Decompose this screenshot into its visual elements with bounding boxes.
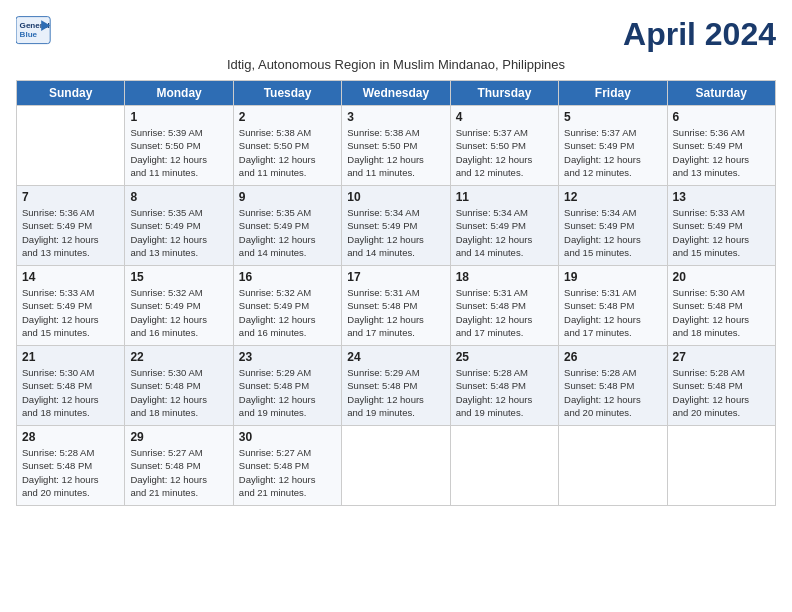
calendar-cell: 28Sunrise: 5:28 AMSunset: 5:48 PMDayligh… — [17, 426, 125, 506]
calendar-cell: 25Sunrise: 5:28 AMSunset: 5:48 PMDayligh… — [450, 346, 558, 426]
calendar-cell: 30Sunrise: 5:27 AMSunset: 5:48 PMDayligh… — [233, 426, 341, 506]
day-info: Sunrise: 5:28 AMSunset: 5:48 PMDaylight:… — [564, 366, 661, 419]
calendar-cell: 6Sunrise: 5:36 AMSunset: 5:49 PMDaylight… — [667, 106, 775, 186]
calendar-cell: 24Sunrise: 5:29 AMSunset: 5:48 PMDayligh… — [342, 346, 450, 426]
day-info: Sunrise: 5:29 AMSunset: 5:48 PMDaylight:… — [347, 366, 444, 419]
calendar-cell — [450, 426, 558, 506]
subtitle: Idtig, Autonomous Region in Muslim Minda… — [16, 57, 776, 72]
day-info: Sunrise: 5:27 AMSunset: 5:48 PMDaylight:… — [239, 446, 336, 499]
day-number: 17 — [347, 270, 444, 284]
day-info: Sunrise: 5:34 AMSunset: 5:49 PMDaylight:… — [456, 206, 553, 259]
weekday-header-monday: Monday — [125, 81, 233, 106]
day-number: 7 — [22, 190, 119, 204]
calendar-cell — [667, 426, 775, 506]
day-info: Sunrise: 5:33 AMSunset: 5:49 PMDaylight:… — [673, 206, 770, 259]
calendar-cell — [17, 106, 125, 186]
calendar-cell: 7Sunrise: 5:36 AMSunset: 5:49 PMDaylight… — [17, 186, 125, 266]
day-info: Sunrise: 5:28 AMSunset: 5:48 PMDaylight:… — [22, 446, 119, 499]
day-info: Sunrise: 5:36 AMSunset: 5:49 PMDaylight:… — [22, 206, 119, 259]
day-number: 11 — [456, 190, 553, 204]
day-info: Sunrise: 5:30 AMSunset: 5:48 PMDaylight:… — [130, 366, 227, 419]
day-number: 27 — [673, 350, 770, 364]
calendar-cell: 12Sunrise: 5:34 AMSunset: 5:49 PMDayligh… — [559, 186, 667, 266]
day-number: 12 — [564, 190, 661, 204]
calendar-cell: 8Sunrise: 5:35 AMSunset: 5:49 PMDaylight… — [125, 186, 233, 266]
logo-icon: General Blue — [16, 16, 52, 46]
day-info: Sunrise: 5:31 AMSunset: 5:48 PMDaylight:… — [456, 286, 553, 339]
day-number: 24 — [347, 350, 444, 364]
day-number: 2 — [239, 110, 336, 124]
day-number: 15 — [130, 270, 227, 284]
svg-text:Blue: Blue — [20, 30, 38, 39]
day-info: Sunrise: 5:37 AMSunset: 5:49 PMDaylight:… — [564, 126, 661, 179]
calendar-cell: 4Sunrise: 5:37 AMSunset: 5:50 PMDaylight… — [450, 106, 558, 186]
day-info: Sunrise: 5:36 AMSunset: 5:49 PMDaylight:… — [673, 126, 770, 179]
calendar-cell: 22Sunrise: 5:30 AMSunset: 5:48 PMDayligh… — [125, 346, 233, 426]
calendar-cell: 2Sunrise: 5:38 AMSunset: 5:50 PMDaylight… — [233, 106, 341, 186]
calendar-cell: 23Sunrise: 5:29 AMSunset: 5:48 PMDayligh… — [233, 346, 341, 426]
calendar-cell: 19Sunrise: 5:31 AMSunset: 5:48 PMDayligh… — [559, 266, 667, 346]
day-number: 26 — [564, 350, 661, 364]
day-info: Sunrise: 5:38 AMSunset: 5:50 PMDaylight:… — [347, 126, 444, 179]
calendar-cell: 3Sunrise: 5:38 AMSunset: 5:50 PMDaylight… — [342, 106, 450, 186]
calendar-cell — [342, 426, 450, 506]
day-number: 28 — [22, 430, 119, 444]
day-number: 30 — [239, 430, 336, 444]
calendar-cell: 17Sunrise: 5:31 AMSunset: 5:48 PMDayligh… — [342, 266, 450, 346]
day-info: Sunrise: 5:33 AMSunset: 5:49 PMDaylight:… — [22, 286, 119, 339]
day-info: Sunrise: 5:31 AMSunset: 5:48 PMDaylight:… — [564, 286, 661, 339]
day-number: 13 — [673, 190, 770, 204]
weekday-header-saturday: Saturday — [667, 81, 775, 106]
calendar-table: SundayMondayTuesdayWednesdayThursdayFrid… — [16, 80, 776, 506]
day-info: Sunrise: 5:37 AMSunset: 5:50 PMDaylight:… — [456, 126, 553, 179]
logo: General Blue — [16, 16, 52, 46]
day-number: 14 — [22, 270, 119, 284]
day-info: Sunrise: 5:32 AMSunset: 5:49 PMDaylight:… — [130, 286, 227, 339]
day-info: Sunrise: 5:28 AMSunset: 5:48 PMDaylight:… — [673, 366, 770, 419]
calendar-cell: 9Sunrise: 5:35 AMSunset: 5:49 PMDaylight… — [233, 186, 341, 266]
day-info: Sunrise: 5:28 AMSunset: 5:48 PMDaylight:… — [456, 366, 553, 419]
day-info: Sunrise: 5:29 AMSunset: 5:48 PMDaylight:… — [239, 366, 336, 419]
weekday-header-tuesday: Tuesday — [233, 81, 341, 106]
calendar-cell: 15Sunrise: 5:32 AMSunset: 5:49 PMDayligh… — [125, 266, 233, 346]
weekday-header-sunday: Sunday — [17, 81, 125, 106]
day-number: 9 — [239, 190, 336, 204]
day-info: Sunrise: 5:35 AMSunset: 5:49 PMDaylight:… — [130, 206, 227, 259]
day-number: 1 — [130, 110, 227, 124]
day-number: 22 — [130, 350, 227, 364]
day-number: 6 — [673, 110, 770, 124]
month-title: April 2024 — [623, 16, 776, 53]
day-info: Sunrise: 5:32 AMSunset: 5:49 PMDaylight:… — [239, 286, 336, 339]
day-info: Sunrise: 5:30 AMSunset: 5:48 PMDaylight:… — [22, 366, 119, 419]
day-info: Sunrise: 5:38 AMSunset: 5:50 PMDaylight:… — [239, 126, 336, 179]
weekday-header-thursday: Thursday — [450, 81, 558, 106]
day-number: 25 — [456, 350, 553, 364]
weekday-header-friday: Friday — [559, 81, 667, 106]
calendar-cell: 5Sunrise: 5:37 AMSunset: 5:49 PMDaylight… — [559, 106, 667, 186]
calendar-cell: 13Sunrise: 5:33 AMSunset: 5:49 PMDayligh… — [667, 186, 775, 266]
calendar-cell: 20Sunrise: 5:30 AMSunset: 5:48 PMDayligh… — [667, 266, 775, 346]
calendar-cell: 14Sunrise: 5:33 AMSunset: 5:49 PMDayligh… — [17, 266, 125, 346]
day-number: 19 — [564, 270, 661, 284]
day-number: 21 — [22, 350, 119, 364]
calendar-cell: 1Sunrise: 5:39 AMSunset: 5:50 PMDaylight… — [125, 106, 233, 186]
day-info: Sunrise: 5:30 AMSunset: 5:48 PMDaylight:… — [673, 286, 770, 339]
day-info: Sunrise: 5:35 AMSunset: 5:49 PMDaylight:… — [239, 206, 336, 259]
day-number: 20 — [673, 270, 770, 284]
calendar-cell: 21Sunrise: 5:30 AMSunset: 5:48 PMDayligh… — [17, 346, 125, 426]
calendar-cell: 16Sunrise: 5:32 AMSunset: 5:49 PMDayligh… — [233, 266, 341, 346]
day-info: Sunrise: 5:39 AMSunset: 5:50 PMDaylight:… — [130, 126, 227, 179]
calendar-cell — [559, 426, 667, 506]
day-number: 3 — [347, 110, 444, 124]
day-number: 8 — [130, 190, 227, 204]
calendar-cell: 10Sunrise: 5:34 AMSunset: 5:49 PMDayligh… — [342, 186, 450, 266]
day-number: 29 — [130, 430, 227, 444]
calendar-cell: 27Sunrise: 5:28 AMSunset: 5:48 PMDayligh… — [667, 346, 775, 426]
day-number: 5 — [564, 110, 661, 124]
day-info: Sunrise: 5:34 AMSunset: 5:49 PMDaylight:… — [347, 206, 444, 259]
day-number: 16 — [239, 270, 336, 284]
day-number: 10 — [347, 190, 444, 204]
calendar-cell: 18Sunrise: 5:31 AMSunset: 5:48 PMDayligh… — [450, 266, 558, 346]
day-number: 23 — [239, 350, 336, 364]
calendar-cell: 11Sunrise: 5:34 AMSunset: 5:49 PMDayligh… — [450, 186, 558, 266]
